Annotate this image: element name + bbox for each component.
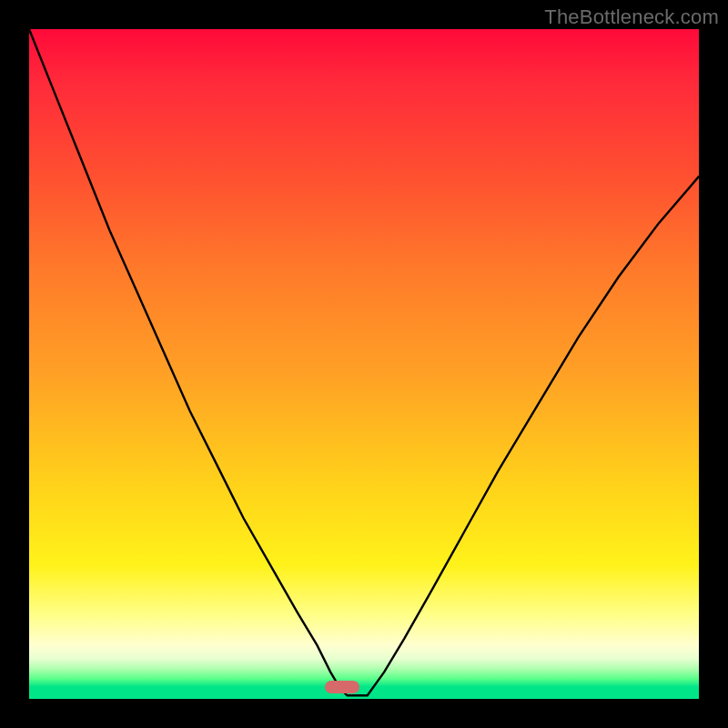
optimum-marker [325,681,359,693]
bottleneck-curve [29,29,699,699]
chart-frame: TheBottleneck.com [0,0,728,728]
watermark-text: TheBottleneck.com [544,5,719,29]
plot-area [29,29,699,699]
curve-path [29,29,699,695]
